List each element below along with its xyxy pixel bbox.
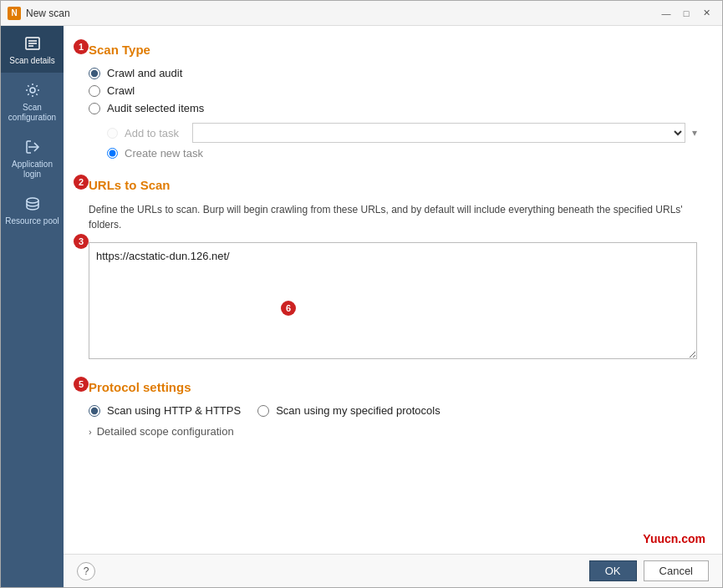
url-textarea-wrapper: 3 6 https://acstatic-dun.126.net/ bbox=[89, 242, 697, 362]
sidebar-item-label: Resource pool bbox=[5, 216, 59, 226]
svg-point-6 bbox=[27, 198, 38, 203]
crawl-audit-label: Crawl and audit bbox=[107, 67, 182, 79]
content-inner: 1 Scan Type Crawl and audit Crawl bbox=[64, 26, 722, 554]
sidebar-item-label: Application login bbox=[4, 160, 60, 180]
specified-protocol-label: Scan using my specified protocols bbox=[276, 404, 440, 417]
crawl-audit-radio[interactable] bbox=[89, 68, 100, 79]
sidebar-item-resource-pool[interactable]: Resource pool bbox=[1, 186, 64, 233]
crawl-radio[interactable] bbox=[89, 85, 100, 97]
window-title: New scan bbox=[26, 8, 657, 19]
create-new-task-option[interactable]: Create new task bbox=[107, 147, 697, 160]
maximize-button[interactable]: □ bbox=[677, 6, 695, 21]
protocol-radio-row: Scan using HTTP & HTTPS Scan using my sp… bbox=[89, 404, 697, 417]
scan-type-radio-group: Crawl and audit Crawl Audit selected ite… bbox=[89, 67, 697, 114]
http-https-radio[interactable] bbox=[89, 405, 100, 417]
footer-right: OK Cancel bbox=[589, 560, 709, 581]
sidebar-item-application-login[interactable]: Application login bbox=[1, 129, 64, 186]
audit-selected-radio[interactable] bbox=[89, 103, 100, 114]
annotation-2: 2 bbox=[74, 175, 89, 190]
annotation-1: 1 bbox=[74, 39, 89, 54]
scope-toggle-label: Detailed scope configuration bbox=[97, 425, 234, 438]
svg-point-4 bbox=[30, 88, 35, 93]
scan-details-icon bbox=[23, 34, 42, 53]
http-https-option[interactable]: Scan using HTTP & HTTPS bbox=[89, 404, 241, 417]
protocol-settings-section: 5 Protocol settings Scan using HTTP & HT… bbox=[89, 380, 697, 438]
add-to-task-option[interactable]: Add to task bbox=[107, 127, 179, 139]
content-area: 1 Scan Type Crawl and audit Crawl bbox=[64, 26, 722, 587]
sidebar-item-label: Scan configuration bbox=[4, 103, 60, 123]
sidebar-item-label: Scan details bbox=[9, 56, 54, 66]
create-new-task-label: Create new task bbox=[125, 147, 203, 160]
audit-selected-option[interactable]: Audit selected items bbox=[89, 102, 697, 114]
scan-configuration-icon bbox=[23, 81, 42, 99]
specified-protocol-option[interactable]: Scan using my specified protocols bbox=[257, 404, 440, 417]
scope-toggle[interactable]: › Detailed scope configuration bbox=[89, 425, 697, 438]
urls-to-scan-title: URLs to Scan bbox=[89, 178, 697, 192]
minimize-button[interactable]: — bbox=[657, 6, 675, 21]
protocol-settings-title: Protocol settings bbox=[89, 380, 697, 394]
footer: ? OK Cancel bbox=[64, 554, 722, 587]
urls-description: Define the URLs to scan. Burp will begin… bbox=[89, 202, 697, 232]
urls-to-scan-section: 2 URLs to Scan Define the URLs to scan. … bbox=[89, 178, 697, 362]
scan-type-title: Scan Type bbox=[89, 43, 697, 57]
app-icon: N bbox=[8, 7, 21, 20]
add-to-task-label: Add to task bbox=[125, 127, 179, 139]
cancel-button[interactable]: Cancel bbox=[644, 560, 709, 581]
resource-pool-icon bbox=[23, 195, 42, 213]
task-dropdown[interactable] bbox=[192, 123, 685, 143]
sidebar-item-scan-details[interactable]: Scan details bbox=[1, 26, 64, 73]
task-sub-options: Add to task ▾ Create new task bbox=[107, 123, 697, 160]
urls-textarea[interactable]: https://acstatic-dun.126.net/ bbox=[89, 242, 697, 359]
audit-selected-label: Audit selected items bbox=[107, 102, 204, 114]
help-button[interactable]: ? bbox=[77, 562, 95, 580]
footer-left: ? bbox=[77, 562, 95, 580]
sidebar-item-scan-configuration[interactable]: Scan configuration bbox=[1, 73, 64, 129]
crawl-option[interactable]: Crawl bbox=[89, 84, 697, 97]
http-https-label: Scan using HTTP & HTTPS bbox=[107, 404, 241, 417]
close-button[interactable]: ✕ bbox=[697, 6, 715, 21]
scan-type-section: 1 Scan Type Crawl and audit Crawl bbox=[89, 43, 697, 160]
crawl-label: Crawl bbox=[107, 84, 135, 97]
sidebar: Scan details Scan configuration bbox=[1, 26, 64, 587]
chevron-right-icon: › bbox=[89, 427, 92, 437]
create-new-task-radio[interactable] bbox=[107, 148, 118, 159]
annotation-6: 6 bbox=[281, 301, 296, 316]
application-login-icon bbox=[23, 138, 42, 156]
window-controls: — □ ✕ bbox=[657, 6, 715, 21]
annotation-5: 5 bbox=[74, 377, 89, 392]
add-to-task-radio[interactable] bbox=[107, 128, 118, 139]
crawl-audit-option[interactable]: Crawl and audit bbox=[89, 67, 697, 79]
title-bar: N New scan — □ ✕ bbox=[1, 1, 722, 26]
ok-button[interactable]: OK bbox=[589, 560, 637, 581]
annotation-3: 3 bbox=[74, 234, 89, 249]
specified-protocol-radio[interactable] bbox=[257, 405, 269, 417]
